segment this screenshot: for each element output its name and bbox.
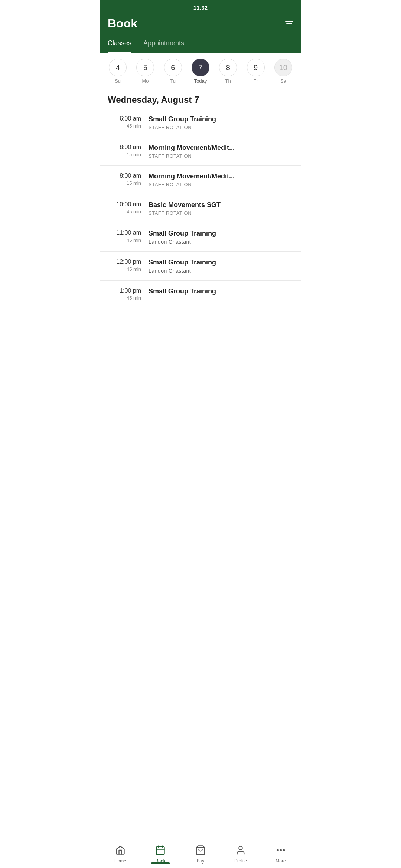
- nav-item-profile[interactable]: Profile: [221, 845, 261, 864]
- class-duration: 45 min: [108, 209, 141, 214]
- header: Book: [100, 13, 301, 36]
- class-info: Small Group TrainingLandon Chastant: [149, 230, 293, 245]
- class-item[interactable]: 12:00 pm45 minSmall Group TrainingLandon…: [100, 252, 301, 281]
- nav-item-home[interactable]: Home: [100, 845, 140, 864]
- class-item[interactable]: 8:00 am15 minMorning Movement/Medit...ST…: [100, 166, 301, 194]
- class-time: 10:00 am45 min: [108, 201, 149, 214]
- calendar-section: 4Su5Mo6Tu7Today8Th9Fr10Sa: [100, 53, 301, 87]
- class-item[interactable]: 11:00 am45 minSmall Group TrainingLandon…: [100, 223, 301, 252]
- home-icon: [115, 845, 125, 857]
- class-duration: 15 min: [108, 180, 141, 186]
- day-item-6[interactable]: 6Tu: [162, 59, 184, 84]
- bottom-nav: HomeBookBuyProfileMore: [100, 842, 301, 868]
- class-name: Small Group Training: [149, 230, 293, 237]
- day-item-10[interactable]: 10Sa: [272, 59, 294, 84]
- nav-active-bar: [151, 862, 170, 864]
- day-label: Mo: [142, 78, 149, 84]
- class-time-main: 8:00 am: [108, 172, 141, 179]
- class-staff: Landon Chastant: [149, 268, 293, 274]
- class-duration: 15 min: [108, 152, 141, 157]
- day-label: Sa: [280, 78, 286, 84]
- class-time-main: 12:00 pm: [108, 259, 141, 265]
- class-time: 1:00 pm45 min: [108, 287, 149, 301]
- tabs-bar: Classes Appointments: [100, 36, 301, 53]
- class-name: Small Group Training: [149, 115, 293, 123]
- day-item-9[interactable]: 9Fr: [245, 59, 267, 84]
- class-duration: 45 min: [108, 266, 141, 272]
- class-time-main: 10:00 am: [108, 201, 141, 208]
- class-time: 8:00 am15 min: [108, 144, 149, 157]
- class-list: 6:00 am45 minSmall Group TrainingSTAFF R…: [100, 109, 301, 345]
- day-number: 7: [192, 59, 209, 76]
- day-item-8[interactable]: 8Th: [217, 59, 239, 84]
- class-time: 12:00 pm45 min: [108, 259, 149, 272]
- class-item[interactable]: 1:00 pm45 minSmall Group Training: [100, 281, 301, 308]
- class-staff: STAFF ROTATION: [149, 125, 293, 130]
- tab-appointments[interactable]: Appointments: [143, 36, 184, 53]
- profile-icon: [235, 845, 246, 857]
- class-time: 11:00 am45 min: [108, 230, 149, 243]
- class-info: Small Group TrainingLandon Chastant: [149, 259, 293, 274]
- day-label: Fr: [253, 78, 258, 84]
- day-label: Tu: [170, 78, 176, 84]
- day-label: Su: [115, 78, 121, 84]
- class-time-main: 11:00 am: [108, 230, 141, 236]
- day-item-7[interactable]: 7Today: [189, 59, 212, 84]
- nav-label-more: More: [276, 858, 286, 864]
- day-label: Today: [194, 78, 207, 84]
- status-time: 11:32: [193, 4, 208, 11]
- tab-classes[interactable]: Classes: [108, 36, 131, 53]
- class-duration: 45 min: [108, 295, 141, 301]
- nav-item-more[interactable]: More: [261, 845, 301, 864]
- svg-point-8: [283, 849, 284, 851]
- class-name: Small Group Training: [149, 287, 293, 295]
- class-time: 6:00 am45 min: [108, 115, 149, 129]
- class-time-main: 1:00 pm: [108, 287, 141, 294]
- nav-item-book[interactable]: Book: [140, 845, 180, 864]
- class-time-main: 8:00 am: [108, 144, 141, 151]
- day-number: 10: [274, 59, 292, 76]
- class-info: Basic Movements SGTSTAFF ROTATION: [149, 201, 293, 216]
- class-item[interactable]: 6:00 am45 minSmall Group TrainingSTAFF R…: [100, 109, 301, 137]
- day-number: 4: [109, 59, 127, 76]
- day-number: 9: [247, 59, 265, 76]
- buy-icon: [195, 845, 206, 857]
- day-number: 6: [164, 59, 182, 76]
- svg-point-6: [277, 849, 278, 851]
- class-info: Small Group TrainingSTAFF ROTATION: [149, 115, 293, 130]
- class-time: 8:00 am15 min: [108, 172, 149, 186]
- svg-point-5: [239, 846, 242, 850]
- class-info: Small Group Training: [149, 287, 293, 297]
- class-info: Morning Movement/Medit...STAFF ROTATION: [149, 172, 293, 187]
- class-staff: STAFF ROTATION: [149, 210, 293, 216]
- day-item-5[interactable]: 5Mo: [134, 59, 156, 84]
- class-item[interactable]: 8:00 am15 minMorning Movement/Medit...ST…: [100, 137, 301, 166]
- day-number: 5: [136, 59, 154, 76]
- class-duration: 45 min: [108, 237, 141, 243]
- day-label: Th: [225, 78, 231, 84]
- more-icon: [276, 845, 286, 857]
- class-staff: STAFF ROTATION: [149, 182, 293, 187]
- class-item[interactable]: 10:00 am45 minBasic Movements SGTSTAFF R…: [100, 194, 301, 223]
- svg-point-7: [280, 849, 281, 851]
- nav-label-profile: Profile: [234, 858, 247, 864]
- class-info: Morning Movement/Medit...STAFF ROTATION: [149, 144, 293, 159]
- status-bar: 11:32: [100, 0, 301, 13]
- class-staff: STAFF ROTATION: [149, 153, 293, 159]
- days-row: 4Su5Mo6Tu7Today8Th9Fr10Sa: [104, 59, 297, 84]
- book-icon: [155, 845, 166, 857]
- nav-label-home: Home: [114, 858, 126, 864]
- class-name: Small Group Training: [149, 259, 293, 266]
- date-heading: Wednesday, August 7: [100, 87, 301, 109]
- nav-item-buy[interactable]: Buy: [180, 845, 221, 864]
- nav-label-buy: Buy: [197, 858, 205, 864]
- class-staff: Landon Chastant: [149, 239, 293, 245]
- filter-icon[interactable]: [285, 21, 293, 26]
- svg-rect-0: [157, 847, 164, 855]
- day-item-4[interactable]: 4Su: [107, 59, 129, 84]
- class-time-main: 6:00 am: [108, 115, 141, 122]
- class-name: Morning Movement/Medit...: [149, 144, 293, 152]
- page-title: Book: [108, 17, 137, 30]
- class-name: Basic Movements SGT: [149, 201, 293, 209]
- class-name: Morning Movement/Medit...: [149, 172, 293, 180]
